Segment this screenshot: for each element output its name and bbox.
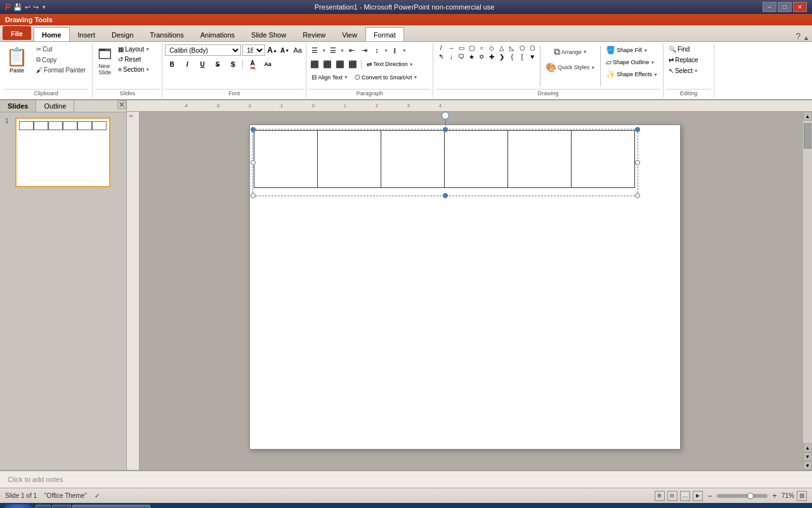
taskbar-powerpoint[interactable]: P Microsoft PowerPoint [72,505,150,508]
quick-styles-button[interactable]: 🎨 Quick Styles ▼ [543,60,598,74]
shape-rounded-rect[interactable]: ▢ [466,44,476,53]
slide-canvas[interactable] [140,112,803,470]
view-slide-sorter-button[interactable]: ⊟ [667,491,678,501]
shape-rect[interactable]: ▭ [456,44,466,53]
shape-star5[interactable]: ★ [466,53,476,62]
bullets-dropdown[interactable]: ▼ [322,48,326,53]
shape-more[interactable]: ▼ [527,53,537,62]
convert-smartart-button[interactable]: ⬡ Convert to SmartArt ▼ [352,72,420,82]
shape-outline-button[interactable]: ▱ Shape Outline ▼ [603,57,660,68]
start-button[interactable]: ⊞ [3,504,34,508]
format-painter-button[interactable]: 🖌 Format Painter [34,65,88,75]
slide-preview[interactable] [15,117,110,187]
text-direction-button[interactable]: ⇄ Text Direction ▼ [364,60,416,69]
handle-tr[interactable] [635,127,640,132]
paste-button[interactable]: 📋 Paste [4,44,30,76]
font-size-select[interactable]: 18 [242,44,265,56]
bullets-button[interactable]: ☰ [309,44,320,56]
columns-button[interactable]: ⫿ [390,44,401,56]
decrease-font-button[interactable]: A▼ [279,44,291,56]
layout-button[interactable]: ▦ Layout ▼ [115,44,152,54]
reset-button[interactable]: ↺ Reset [115,55,152,64]
zoom-in-button[interactable]: + [770,491,779,500]
increase-font-button[interactable]: A▲ [266,44,278,56]
line-spacing-button[interactable]: ↕ [371,44,383,56]
strikethrough-button[interactable]: S [211,58,225,70]
shape-rtriangle[interactable]: ◺ [507,44,517,53]
taskbar-explorer[interactable]: 📁 [52,505,71,508]
handle-tm[interactable] [443,127,448,132]
prev-slide-button[interactable]: ▲ [803,443,812,452]
increase-indent-button[interactable]: ⇥ [358,44,370,56]
tab-animations[interactable]: Animations [192,27,243,41]
shape-diamond[interactable]: ◇ [487,44,497,53]
line-spacing-dropdown[interactable]: ▼ [384,48,388,53]
shape-oval[interactable]: ○ [476,44,487,53]
close-button[interactable]: ✕ [793,2,807,12]
tab-insert[interactable]: Insert [70,27,104,41]
spell-check-icon[interactable]: ✓ [95,492,100,499]
columns-dropdown[interactable]: ▼ [402,48,407,53]
ribbon-help-icon[interactable]: ? [796,31,801,41]
tab-transitions[interactable]: Transitions [141,27,192,41]
align-text-button[interactable]: ⊟ Align Text ▼ [309,72,351,82]
outline-tab[interactable]: Outline [36,100,74,112]
numbering-button[interactable]: ☰ [327,44,339,56]
tab-file[interactable]: File [3,26,31,40]
view-reading-button[interactable]: 📖 [680,491,690,501]
shadow-button[interactable]: S [226,58,240,70]
select-button[interactable]: ↖ Select ▼ [666,66,701,76]
shape-bend-arrow[interactable]: ↰ [436,53,446,62]
dropdown-icon[interactable]: ▼ [41,4,46,10]
replace-button[interactable]: ⇄ Replace [666,55,701,65]
char-spacing-button[interactable]: Aa [261,58,275,70]
ribbon-minimize-icon[interactable]: ▲ [803,34,809,41]
shape-effects-button[interactable]: ✨ Shape Effects ▼ [603,69,660,80]
justify-button[interactable]: ⬛ [347,58,358,70]
numbering-dropdown[interactable]: ▼ [340,48,344,53]
scroll-thumb[interactable] [804,123,811,149]
font-family-select[interactable]: Calibri (Body) [165,44,241,56]
handle-mr[interactable] [635,160,640,165]
shape-bracket[interactable]: [ [517,53,527,62]
shape-brace[interactable]: { [507,53,517,62]
align-right-button[interactable]: ⬛ [334,58,346,70]
shape-callout[interactable]: 🗨 [456,53,466,62]
handle-bl[interactable] [251,193,256,198]
notes-bar[interactable]: Click to add notes [0,470,812,488]
shape-pentagon[interactable]: ⬠ [517,44,527,53]
quick-save-icon[interactable]: 💾 [13,3,22,11]
slide[interactable] [249,124,681,450]
vertical-scrollbar[interactable]: ▲ ▲ ▼ ▼ [803,112,812,470]
clear-format-button[interactable]: Aa [292,44,303,56]
shape-fill-button[interactable]: 🪣 Shape Fill ▼ [603,44,660,56]
underline-button[interactable]: U [195,58,209,70]
cut-button[interactable]: ✂ Cut [34,44,88,54]
font-color-button[interactable]: A [246,58,259,70]
shape-arrow-right[interactable]: → [446,44,456,53]
taskbar-ie[interactable]: e [36,505,51,508]
handle-tl[interactable] [251,127,256,132]
italic-button[interactable]: I [180,58,194,70]
next-slide-button[interactable]: ▼ [803,452,812,461]
scroll-up-button[interactable]: ▲ [803,112,812,121]
shape-triangle[interactable]: △ [497,44,507,53]
tab-home[interactable]: Home [34,27,70,41]
close-panel-button[interactable]: ✕ [117,100,126,109]
find-button[interactable]: 🔍 Find [666,44,692,54]
undo-icon[interactable]: ↩ [25,3,30,11]
shape-cross[interactable]: ✚ [487,53,497,62]
arrange-button[interactable]: ⧉ Arrange ▼ [543,44,598,59]
new-slide-button[interactable]: 🗔 NewSlide [95,44,114,77]
rotation-handle[interactable] [442,112,449,119]
view-normal-button[interactable]: ⊞ [655,491,665,501]
zoom-slider[interactable] [717,494,768,498]
section-button[interactable]: ≡ Section ▼ [115,65,152,74]
tab-view[interactable]: View [334,27,365,41]
decrease-indent-button[interactable]: ⇤ [346,44,357,56]
slides-tab[interactable]: Slides [0,100,36,112]
scroll-down-button[interactable]: ▼ [803,461,812,470]
shape-chevron[interactable]: ❯ [497,53,507,62]
view-slide-show-button[interactable]: ▶ [693,491,703,501]
zoom-thumb[interactable] [747,493,754,499]
